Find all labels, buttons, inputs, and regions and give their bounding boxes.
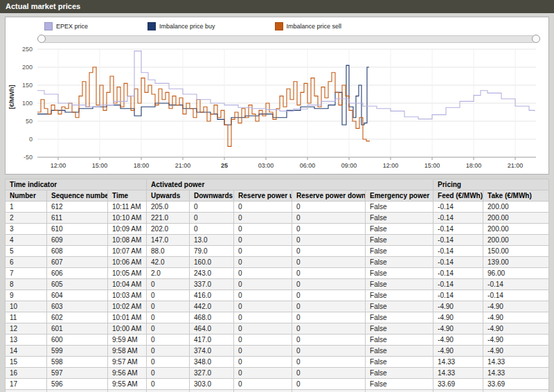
table-cell: 0 — [147, 357, 190, 368]
table-cell: 0 — [147, 346, 190, 357]
table-cell: 464.0 — [190, 323, 234, 335]
table-row: 155989:57 AM0348.000False14.3314.33 — [6, 357, 549, 368]
table-cell: 0 — [147, 312, 190, 323]
table-cell: 0 — [234, 257, 292, 268]
svg-text:0: 0 — [29, 136, 33, 143]
table-row: 460910:08 AM147.013.000False-0.14200.00 — [6, 235, 549, 246]
table-row: 1160210:01 AM0468.000False-4.90-4.90 — [6, 312, 549, 323]
table-cell: False — [366, 357, 434, 368]
svg-text:150: 150 — [22, 82, 33, 89]
table-cell: 0 — [147, 379, 190, 390]
table-cell: 417.0 — [190, 335, 234, 346]
table-cell: 0 — [147, 368, 190, 379]
table-cell: 14.33 — [434, 368, 483, 379]
svg-text:50: 50 — [26, 118, 33, 125]
table-cell: 610 — [47, 224, 108, 235]
legend-swatch-icon — [148, 22, 156, 30]
table-cell: 0 — [147, 335, 190, 346]
table-row: 860510:04 AM0337.000False-0.14-0.14 — [6, 279, 549, 290]
table-cell: 0 — [234, 323, 292, 335]
table-cell: 606 — [47, 268, 108, 279]
table-cell: -0.14 — [483, 279, 549, 290]
table-cell: 9:55 AM — [108, 379, 147, 390]
table-cell: 200.00 — [483, 235, 549, 246]
svg-text:09:00: 09:00 — [341, 162, 357, 169]
table-cell: 608 — [47, 246, 108, 257]
table-cell: False — [366, 279, 434, 290]
table-cell: False — [366, 246, 434, 257]
table-cell: 600 — [47, 335, 108, 346]
svg-text:18:00: 18:00 — [134, 162, 150, 169]
column-header: Downwards — [190, 190, 234, 202]
table-cell: 243.0 — [190, 268, 234, 279]
table-cell: 79.0 — [190, 246, 234, 257]
table-cell: 0 — [292, 301, 366, 312]
table-cell: 609 — [47, 235, 108, 246]
table-cell: 2 — [6, 213, 47, 224]
svg-text:12:00: 12:00 — [51, 162, 66, 169]
table-cell: 7 — [6, 268, 47, 279]
table-row: 145999:58 AM0374.000False-4.90-4.90 — [6, 346, 549, 357]
table-cell: 18 — [6, 390, 47, 392]
table-cell: 10:00 AM — [108, 323, 147, 335]
table-cell: 221.0 — [147, 213, 190, 224]
table-cell: 5 — [6, 246, 47, 257]
table-cell: 337.0 — [190, 279, 234, 290]
table-cell: -0.14 — [434, 224, 483, 235]
table-cell: 10:09 AM — [108, 224, 147, 235]
column-group-header: Time indicator — [6, 179, 147, 190]
table-cell: 10:06 AM — [108, 257, 147, 268]
svg-text:21:00: 21:00 — [175, 162, 191, 169]
svg-text:18:00: 18:00 — [466, 162, 482, 169]
table-cell: 200.00 — [483, 213, 549, 224]
legend-item[interactable]: Imbalance price buy — [148, 22, 215, 30]
table-cell: 10:10 AM — [108, 213, 147, 224]
table-cell: 0 — [234, 390, 292, 392]
table-cell: False — [366, 224, 434, 235]
table-cell: 39.51 — [434, 390, 483, 392]
table-cell: 200.00 — [483, 224, 549, 235]
table-cell: 10:03 AM — [108, 290, 147, 301]
slider-handle-left-icon[interactable] — [37, 35, 46, 43]
table-cell: 0 — [147, 323, 190, 335]
table-cell: 468.0 — [190, 312, 234, 323]
table-cell: 42.0 — [147, 257, 190, 268]
table-cell: 11 — [6, 312, 47, 323]
table-cell: False — [366, 301, 434, 312]
svg-text:15:00: 15:00 — [92, 162, 108, 169]
column-header: Sequence number — [47, 190, 108, 202]
table-cell: -0.14 — [434, 246, 483, 257]
column-header: Feed (€/MWh) — [434, 190, 483, 202]
table-cell: 160.0 — [190, 257, 234, 268]
table-cell: 0 — [292, 379, 366, 390]
legend-item[interactable]: EPEX price — [44, 22, 88, 30]
table-cell: 0 — [234, 346, 292, 357]
legend-swatch-icon — [44, 22, 53, 30]
table-cell: 6 — [6, 257, 47, 268]
table-cell: 374.0 — [190, 346, 234, 357]
table-cell: 0 — [292, 312, 366, 323]
table-cell: 595 — [47, 390, 108, 392]
table-cell: 604 — [47, 290, 108, 301]
table-cell: -4.90 — [434, 335, 483, 346]
table-cell: 150.00 — [483, 246, 549, 257]
legend-item[interactable]: Imbalance price sell — [275, 22, 342, 30]
slider-track[interactable] — [41, 35, 537, 43]
table-cell: False — [366, 257, 434, 268]
table-cell: 33.69 — [434, 379, 483, 390]
svg-text:21:00: 21:00 — [508, 162, 524, 169]
table-cell: 327.0 — [190, 368, 234, 379]
table-cell: -4.90 — [434, 323, 483, 335]
table-cell: 601 — [47, 323, 108, 335]
table-cell: 8 — [6, 279, 47, 290]
table-cell: 0 — [234, 246, 292, 257]
table-cell: -4.90 — [483, 346, 549, 357]
column-header: Number — [6, 190, 47, 202]
table-cell: 0 — [292, 224, 366, 235]
slider-handle-right-icon[interactable] — [532, 35, 540, 43]
table-cell: 205.0 — [147, 202, 190, 213]
table-row: 185959:54 AM0275.000False39.5139.51 — [6, 390, 549, 392]
table-cell: 0 — [292, 323, 366, 335]
table-cell: 0 — [234, 290, 292, 301]
column-header: Time — [108, 190, 147, 202]
